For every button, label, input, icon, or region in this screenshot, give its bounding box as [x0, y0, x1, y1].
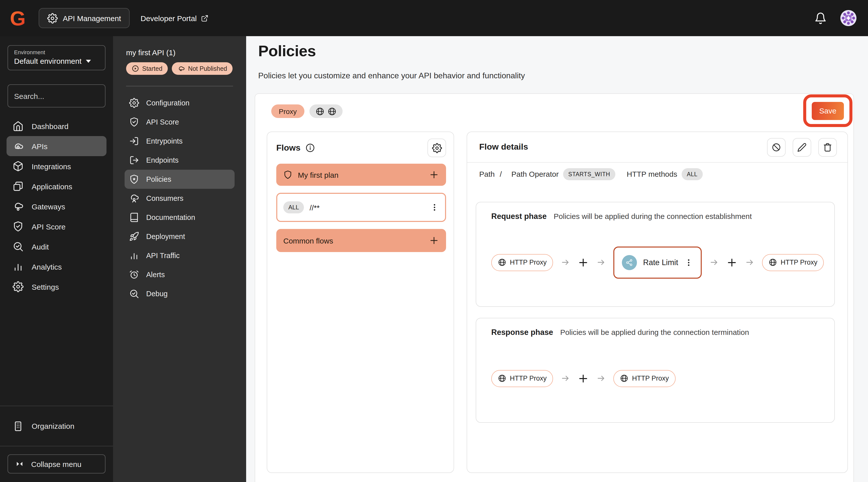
response-phase-description: Policies will be applied during the conn… [560, 328, 749, 336]
api-menu-item-consumers[interactable]: Consumers [125, 189, 235, 208]
info-icon[interactable] [305, 143, 315, 153]
badge-label: Not Published [188, 65, 227, 72]
sidebar-item-audit[interactable]: Audit [6, 236, 106, 257]
globe-icon [769, 258, 777, 267]
environment-select[interactable]: Environment Default environment [7, 45, 105, 70]
path-operator-chip: STARTS_WITH [563, 168, 615, 180]
api-menu-item-endpoints[interactable]: Endpoints [125, 151, 235, 170]
search-input[interactable] [14, 92, 114, 100]
api-sidebar: my first API (1) Started Not Published C… [113, 36, 246, 482]
sidebar-item-api-score[interactable]: API Score [6, 216, 106, 236]
arrow-right-icon [596, 258, 606, 267]
add-policy-plus-icon[interactable] [578, 257, 589, 268]
globe-icon [315, 107, 324, 116]
sidebar-item-gateways[interactable]: Gateways [6, 196, 106, 216]
sidebar-search[interactable] [7, 84, 105, 107]
bar-chart-icon [12, 261, 24, 272]
studio-toolbar: Proxy [271, 104, 343, 118]
save-button[interactable]: Save [812, 102, 844, 120]
edit-flow-button[interactable] [793, 138, 811, 156]
add-policy-plus-icon[interactable] [726, 257, 737, 268]
alarm-icon [129, 269, 139, 280]
endpoint-label: HTTP Proxy [781, 259, 817, 266]
cloud-gear-icon [12, 140, 24, 152]
sidebar-item-dashboard[interactable]: Dashboard [6, 116, 106, 136]
delete-flow-button[interactable] [818, 138, 837, 156]
flows-settings-button[interactable] [428, 138, 446, 157]
ban-icon [772, 142, 781, 152]
response-phase-title: Response phase [491, 328, 553, 337]
api-title: my first API (1) [126, 48, 233, 57]
plan-group-my-first-plan[interactable]: My first plan [276, 164, 446, 186]
menu-item-label: Entrypoints [146, 137, 183, 145]
user-avatar[interactable] [840, 9, 857, 27]
pencil-icon [797, 142, 807, 152]
endpoint-label: HTTP Proxy [510, 375, 547, 382]
flows-title: Flows [276, 143, 300, 153]
endpoint-pill-http-proxy[interactable]: HTTP Proxy [491, 254, 553, 271]
menu-item-label: Alerts [146, 270, 165, 279]
endpoint-pill-http-proxy[interactable]: HTTP Proxy [614, 370, 676, 387]
primary-sidebar: Environment Default environment Dashboar… [0, 36, 113, 482]
sidebar-item-applications[interactable]: Applications [6, 176, 106, 196]
external-link-icon [201, 14, 208, 22]
endpoint-pill-http-proxy[interactable]: HTTP Proxy [491, 370, 553, 387]
policy-card-rate-limit[interactable]: Rate Limit [614, 246, 702, 279]
arrow-right-icon [561, 374, 570, 383]
book-icon [129, 213, 139, 222]
api-menu-item-alerts[interactable]: Alerts [125, 265, 235, 284]
api-menu-item-configuration[interactable]: Configuration [125, 93, 235, 113]
developer-portal-link[interactable]: Developer Portal [141, 14, 208, 22]
api-menu-item-entrypoints[interactable]: Entrypoints [125, 132, 235, 151]
menu-item-label: API Traffic [146, 252, 180, 260]
api-menu-item-documentation[interactable]: Documentation [125, 208, 235, 227]
avatar-pattern-icon [840, 9, 857, 27]
add-flow-plus-icon[interactable] [429, 170, 439, 180]
shield-icon [283, 170, 292, 179]
api-menu-item-debug[interactable]: Debug [125, 284, 235, 303]
path-operator-label: Path Operator [512, 170, 559, 178]
add-common-flow-plus-icon[interactable] [429, 235, 439, 246]
path-value: / [500, 170, 502, 178]
sidebar-item-settings[interactable]: Settings [6, 277, 106, 297]
entry-icon [129, 136, 139, 146]
home-icon [12, 121, 24, 132]
page-description: Policies let you customize and enhance y… [258, 71, 525, 80]
sidebar-item-integrations[interactable]: Integrations [6, 156, 106, 176]
notifications-bell-icon[interactable] [814, 12, 827, 24]
kebab-menu-icon[interactable] [430, 203, 439, 212]
status-badge-started: Started [126, 62, 168, 75]
sidebar-item-analytics[interactable]: Analytics [6, 257, 106, 277]
flows-panel: Flows My first plan ALL //** [267, 132, 454, 473]
api-menu-item-api-score[interactable]: API Score [125, 113, 235, 132]
menu-item-label: API Score [146, 118, 179, 126]
request-phase-description: Policies will be applied during the conn… [554, 212, 752, 220]
api-menu-item-policies[interactable]: Policies [125, 170, 235, 189]
sidebar-item-organization[interactable]: Organization [0, 406, 113, 446]
endpoint-pill-http-proxy[interactable]: HTTP Proxy [762, 254, 824, 271]
sidebar-item-label: API Score [32, 222, 66, 231]
common-flows-group[interactable]: Common flows [276, 229, 446, 252]
shield-check-icon [129, 117, 139, 127]
http-methods-label: HTTP methods [627, 170, 677, 178]
flow-list-item-selected[interactable]: ALL //** [276, 193, 446, 222]
sidebar-item-apis[interactable]: APIs [6, 136, 106, 156]
arrow-right-icon [709, 258, 719, 267]
api-menu-item-api-traffic[interactable]: API Traffic [125, 246, 235, 265]
flow-details-title: Flow details [479, 142, 528, 152]
entrypoints-chip[interactable] [309, 104, 343, 118]
sidebar-item-label: Applications [32, 182, 72, 191]
api-menu-item-deployment[interactable]: Deployment [125, 227, 235, 246]
globe-icon [498, 374, 506, 383]
collapse-menu-button[interactable]: Collapse menu [7, 454, 105, 474]
add-policy-plus-icon[interactable] [578, 373, 589, 384]
cloud-user-icon [129, 193, 139, 203]
endpoint-label: HTTP Proxy [632, 375, 669, 382]
kebab-menu-icon[interactable] [684, 258, 693, 267]
disable-flow-button[interactable] [767, 138, 786, 156]
portal-label: Developer Portal [141, 14, 197, 22]
request-policy-chain: HTTP Proxy Rate Limit [491, 246, 824, 279]
menu-item-label: Consumers [146, 194, 183, 202]
product-switcher[interactable]: API Management [39, 8, 130, 28]
flow-details-actions [767, 138, 837, 156]
